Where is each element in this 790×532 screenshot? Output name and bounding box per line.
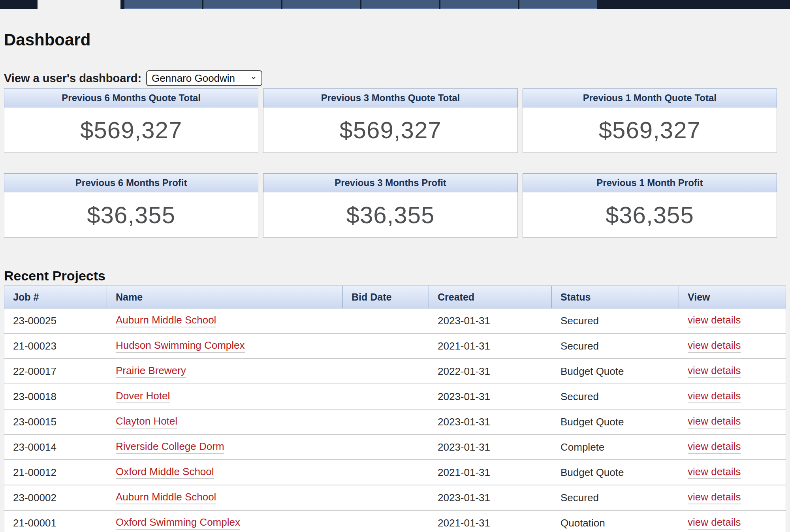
created-date: 2022-01-31	[429, 359, 552, 383]
stat-header: Previous 3 Months Profit	[263, 173, 517, 192]
project-name-link[interactable]: Auburn Middle School	[116, 491, 216, 504]
view-details-link[interactable]: view details	[688, 365, 741, 378]
stat-box-6mo-quote: Previous 6 Months Quote Total $569,327	[4, 88, 258, 153]
bid-date	[343, 359, 429, 383]
created-date: 2021-01-31	[429, 334, 552, 358]
stat-header: Previous 1 Month Profit	[523, 173, 777, 192]
nav-divider	[120, 0, 124, 9]
col-header-status: Status	[552, 286, 679, 308]
stat-header: Previous 3 Months Quote Total	[263, 88, 517, 107]
job-number: 21-00023	[4, 334, 107, 358]
created-date: 2023-01-31	[429, 410, 552, 434]
project-name-link[interactable]: Dover Hotel	[116, 390, 170, 403]
stat-box-1mo-quote: Previous 1 Month Quote Total $569,327	[523, 88, 777, 153]
view-details-link[interactable]: view details	[688, 314, 741, 327]
job-number: 23-00002	[4, 485, 107, 510]
user-select[interactable]: Gennaro Goodwin	[146, 70, 262, 86]
view-details-link[interactable]: view details	[688, 339, 741, 353]
project-name-link[interactable]: Hudson Swimming Complex	[116, 339, 245, 353]
stat-box-3mo-profit: Previous 3 Months Profit $36,355	[263, 173, 517, 238]
job-number: 23-00025	[4, 308, 107, 333]
job-number: 23-00015	[4, 410, 107, 434]
user-select-wrap: Gennaro Goodwin ⌄	[146, 70, 262, 86]
col-header-job: Job #	[4, 286, 107, 308]
created-date: 2021-01-31	[429, 460, 552, 485]
stat-box-1mo-profit: Previous 1 Month Profit $36,355	[523, 173, 777, 238]
table-row: 22-00017 Prairie Brewery 2022-01-31 Budg…	[4, 359, 786, 384]
created-date: 2023-01-31	[429, 435, 552, 459]
table-row: 23-00002 Auburn Middle School 2023-01-31…	[4, 485, 786, 511]
view-details-link[interactable]: view details	[688, 390, 741, 403]
job-number: 22-00017	[4, 359, 107, 383]
stat-header: Previous 1 Month Quote Total	[523, 88, 777, 107]
status: Secured	[552, 308, 679, 333]
job-number: 21-00012	[4, 460, 107, 485]
table-header-row: Job # Name Bid Date Created Status View	[4, 286, 786, 308]
project-name-link[interactable]: Oxford Middle School	[116, 466, 214, 479]
bid-date	[343, 308, 429, 333]
view-details-link[interactable]: view details	[688, 440, 741, 454]
table-row: 23-00025 Auburn Middle School 2023-01-31…	[4, 308, 786, 334]
table-row: 21-00001 Oxford Swimming Complex 2021-01…	[4, 511, 786, 532]
recent-projects-title: Recent Projects	[4, 268, 790, 284]
nav-left-filler	[0, 0, 38, 9]
nav-tab-6[interactable]	[519, 0, 597, 9]
bid-date	[343, 460, 429, 485]
nav-tab-active[interactable]	[38, 0, 120, 9]
bid-date	[343, 410, 429, 434]
project-name-link[interactable]: Prairie Brewery	[116, 365, 186, 378]
status: Budget Quote	[552, 410, 679, 434]
stat-header: Previous 6 Months Quote Total	[4, 88, 258, 107]
nav-tab-2[interactable]	[203, 0, 281, 9]
status: Secured	[552, 485, 679, 510]
top-nav	[0, 0, 790, 9]
user-dashboard-selector-row: View a user's dashboard: Gennaro Goodwin…	[4, 70, 790, 86]
stat-value: $36,355	[4, 192, 258, 238]
table-row: 23-00018 Dover Hotel 2023-01-31 Secured …	[4, 384, 786, 410]
view-details-link[interactable]: view details	[688, 466, 741, 479]
recent-projects-table: Job # Name Bid Date Created Status View …	[4, 286, 786, 532]
quote-totals-row: Previous 6 Months Quote Total $569,327 P…	[4, 88, 777, 153]
project-name-link[interactable]: Clayton Hotel	[116, 415, 177, 429]
bid-date	[343, 511, 429, 532]
nav-tab-5[interactable]	[440, 0, 518, 9]
stat-box-3mo-quote: Previous 3 Months Quote Total $569,327	[263, 88, 517, 153]
table-row: 23-00014 Riverside College Dorm 2023-01-…	[4, 435, 786, 460]
stat-header: Previous 6 Months Profit	[4, 173, 258, 192]
nav-tab-4[interactable]	[361, 0, 439, 9]
page-title: Dashboard	[4, 31, 790, 49]
view-details-link[interactable]: view details	[688, 415, 741, 429]
project-name-link[interactable]: Riverside College Dorm	[116, 440, 224, 454]
stat-box-6mo-profit: Previous 6 Months Profit $36,355	[4, 173, 258, 238]
stat-value: $569,327	[263, 107, 517, 153]
view-details-link[interactable]: view details	[688, 516, 741, 530]
created-date: 2023-01-31	[429, 485, 552, 510]
project-name-link[interactable]: Oxford Swimming Complex	[116, 516, 240, 530]
nav-tab-3[interactable]	[282, 0, 360, 9]
created-date: 2023-01-31	[429, 384, 552, 409]
job-number: 21-00001	[4, 511, 107, 532]
status: Secured	[552, 334, 679, 358]
dashboard-page: Dashboard View a user's dashboard: Genna…	[0, 31, 790, 532]
status: Quotation	[552, 511, 679, 532]
profit-row: Previous 6 Months Profit $36,355 Previou…	[4, 173, 777, 238]
col-header-view: View	[679, 286, 786, 308]
job-number: 23-00014	[4, 435, 107, 459]
status: Budget Quote	[552, 359, 679, 383]
status: Complete	[552, 435, 679, 459]
stat-value: $36,355	[263, 192, 517, 238]
stat-value: $36,355	[523, 192, 777, 238]
bid-date	[343, 435, 429, 459]
view-details-link[interactable]: view details	[688, 491, 741, 504]
user-select-label: View a user's dashboard:	[4, 72, 141, 85]
created-date: 2021-01-31	[429, 511, 552, 532]
col-header-created: Created	[429, 286, 552, 308]
table-row: 21-00012 Oxford Middle School 2021-01-31…	[4, 460, 786, 485]
nav-tab-1[interactable]	[124, 0, 202, 9]
table-row: 21-00023 Hudson Swimming Complex 2021-01…	[4, 334, 786, 359]
bid-date	[343, 384, 429, 409]
project-name-link[interactable]: Auburn Middle School	[116, 314, 216, 327]
status: Secured	[552, 384, 679, 409]
created-date: 2023-01-31	[429, 308, 552, 333]
job-number: 23-00018	[4, 384, 107, 409]
